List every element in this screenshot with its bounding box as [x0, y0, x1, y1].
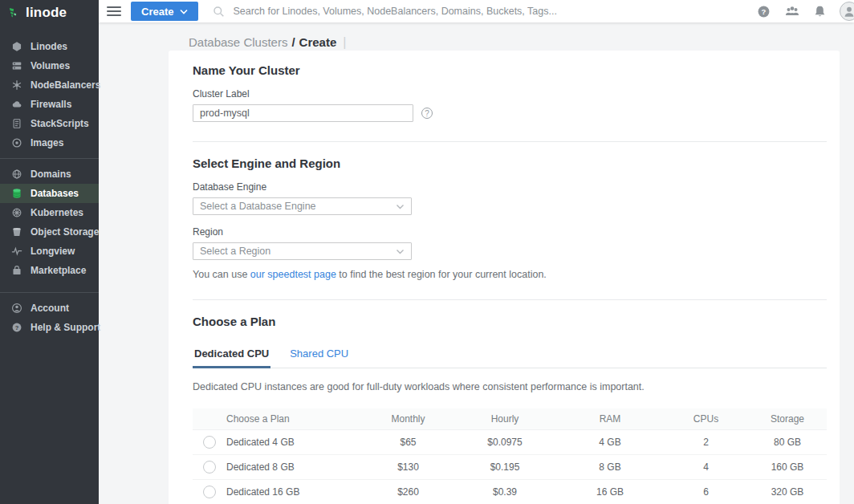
chevron-down-icon — [396, 204, 405, 209]
sidebar-item-label: Help & Support — [31, 322, 100, 333]
plan-monthly: $130 — [363, 454, 453, 479]
main-content: Database Clusters / Create | Name Your C… — [99, 22, 854, 504]
plan-tabs: Dedicated CPU Shared CPU — [193, 343, 827, 368]
plan-description: Dedicated CPU instances are good for ful… — [193, 381, 827, 392]
breadcrumb-separator: / — [291, 35, 295, 49]
sidebar-item-label: StackScripts — [31, 118, 89, 129]
account-icon — [11, 303, 22, 314]
notifications-bell-icon[interactable] — [814, 5, 826, 18]
stackscripts-icon — [11, 118, 22, 129]
chevron-down-icon — [396, 249, 405, 254]
sidebar-item-volumes[interactable]: Volumes — [0, 56, 99, 75]
linodes-icon — [11, 41, 22, 52]
sidebar-item-label: Domains — [31, 169, 71, 180]
sidebar-item-linodes[interactable]: Linodes — [0, 37, 99, 56]
tab-shared-cpu[interactable]: Shared CPU — [288, 343, 350, 368]
speedtest-link[interactable]: our speedtest page — [250, 269, 336, 280]
plan-radio[interactable] — [203, 486, 216, 498]
help-icon[interactable]: ? — [757, 5, 771, 18]
svg-text:?: ? — [762, 6, 767, 15]
sidebar-item-label: Longview — [31, 246, 75, 257]
user-avatar[interactable] — [840, 2, 854, 21]
databases-icon — [11, 188, 22, 199]
object-storage-icon — [11, 226, 22, 238]
logo-text: linode — [26, 5, 67, 21]
nodebalancers-icon — [11, 79, 22, 91]
radio-column-header — [193, 408, 226, 429]
region-label: Region — [193, 226, 827, 238]
sidebar-item-images[interactable]: Images — [0, 133, 99, 152]
sidebar-item-account[interactable]: Account — [0, 299, 99, 318]
create-button[interactable]: Create — [131, 2, 198, 21]
plan-cpus: 2 — [664, 429, 748, 454]
plan-hourly: $0.195 — [453, 454, 556, 479]
sidebar-item-label: Images — [31, 137, 63, 148]
sidebar-item-nodebalancers[interactable]: NodeBalancers — [0, 75, 99, 95]
plan-radio[interactable] — [203, 461, 216, 474]
sidebar-item-databases[interactable]: Databases — [0, 184, 99, 203]
sidebar-divider — [0, 158, 99, 159]
sidebar-item-domains[interactable]: Domains — [0, 165, 99, 184]
col-header-cpus: CPUs — [664, 408, 748, 429]
images-icon — [11, 137, 22, 148]
region-select[interactable]: Select a Region — [193, 242, 412, 260]
plan-ram: 4 GB — [556, 429, 664, 454]
sidebar-nav: Linodes Volumes NodeBalancers Firewalls … — [0, 37, 99, 337]
plan-hourly: $0.39 — [453, 479, 556, 504]
search-icon — [213, 6, 225, 18]
plan-cpus: 4 — [664, 454, 748, 479]
sidebar-item-stackscripts[interactable]: StackScripts — [0, 114, 99, 133]
create-cluster-card: Name Your Cluster Cluster Label ? Select… — [169, 51, 840, 504]
tab-dedicated-cpu[interactable]: Dedicated CPU — [193, 343, 270, 368]
name-cluster-heading: Name Your Cluster — [193, 63, 827, 77]
sidebar-item-kubernetes[interactable]: Kubernetes — [0, 203, 99, 222]
plan-radio[interactable] — [203, 436, 216, 449]
region-placeholder: Select a Region — [200, 246, 270, 257]
cluster-label-label: Cluster Label — [193, 88, 827, 100]
sidebar: linode Linodes Volumes NodeBalancers Fir… — [0, 0, 99, 504]
helper-suffix: to find the best region for your current… — [336, 269, 547, 280]
chevron-down-icon — [180, 9, 188, 14]
kubernetes-icon — [11, 207, 22, 218]
menu-toggle-icon[interactable] — [107, 4, 121, 18]
sidebar-item-label: Kubernetes — [31, 207, 83, 218]
sidebar-item-help-support[interactable]: ? Help & Support — [0, 318, 99, 337]
database-engine-label: Database Engine — [193, 181, 827, 193]
col-header-plan: Choose a Plan — [226, 408, 363, 429]
topbar-icons: ? — [757, 2, 852, 21]
breadcrumb-database-clusters[interactable]: Database Clusters — [189, 35, 287, 49]
database-engine-select[interactable]: Select a Database Engine — [193, 197, 412, 215]
sidebar-item-firewalls[interactable]: Firewalls — [0, 95, 99, 114]
breadcrumb-current: Create — [299, 35, 337, 49]
user-icon — [842, 4, 854, 18]
cluster-label-help-icon[interactable]: ? — [421, 108, 433, 119]
plan-hourly: $0.0975 — [453, 429, 556, 454]
plan-row-dedicated-16gb[interactable]: Dedicated 16 GB $260 $0.39 16 GB 6 320 G… — [193, 479, 827, 504]
col-header-ram: RAM — [556, 408, 664, 429]
search-input[interactable] — [233, 6, 757, 17]
linode-logo-icon — [9, 7, 20, 18]
plan-ram: 16 GB — [556, 479, 664, 504]
global-search[interactable] — [213, 6, 757, 18]
plan-storage: 80 GB — [748, 429, 827, 454]
community-icon[interactable] — [784, 5, 800, 18]
create-button-label: Create — [141, 6, 173, 18]
plan-name: Dedicated 4 GB — [226, 429, 363, 454]
linode-logo[interactable]: linode — [0, 0, 99, 26]
sidebar-item-label: Volumes — [31, 60, 70, 71]
plan-row-dedicated-8gb[interactable]: Dedicated 8 GB $130 $0.195 8 GB 4 160 GB — [193, 454, 827, 479]
plan-row-dedicated-4gb[interactable]: Dedicated 4 GB $65 $0.0975 4 GB 2 80 GB — [193, 429, 827, 454]
plan-storage: 160 GB — [748, 454, 827, 479]
topbar: Create ? — [99, 0, 854, 22]
sidebar-item-marketplace[interactable]: Marketplace — [0, 261, 99, 280]
plan-monthly: $65 — [363, 429, 453, 454]
cluster-label-input[interactable] — [193, 104, 413, 122]
section-divider — [193, 299, 827, 300]
sidebar-item-label: NodeBalancers — [31, 79, 100, 91]
col-header-storage: Storage — [748, 408, 827, 429]
sidebar-item-object-storage[interactable]: Object Storage — [0, 222, 99, 242]
sidebar-item-longview[interactable]: Longview — [0, 242, 99, 261]
plan-ram: 8 GB — [556, 454, 664, 479]
sidebar-item-label: Object Storage — [31, 226, 99, 238]
longview-icon — [11, 246, 22, 257]
